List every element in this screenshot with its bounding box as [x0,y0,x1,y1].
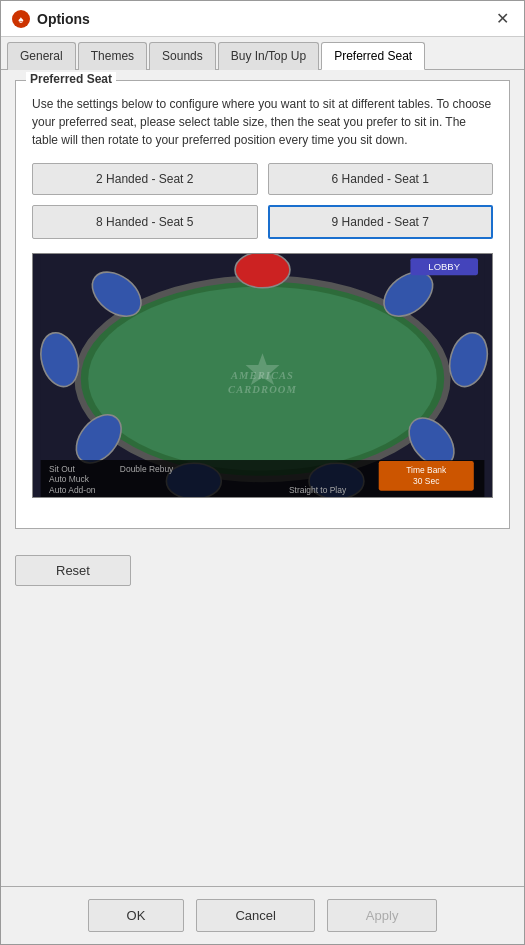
ok-button[interactable]: OK [88,899,185,932]
svg-text:LOBBY: LOBBY [428,261,460,272]
table-preview: AMERICAS CARDROOM [32,253,493,498]
tab-buyin[interactable]: Buy In/Top Up [218,42,319,70]
svg-point-8 [235,254,290,288]
seat-btn-8h-seat5[interactable]: 8 Handed - Seat 5 [32,205,258,239]
seat-buttons-grid: 2 Handed - Seat 2 6 Handed - Seat 1 8 Ha… [32,163,493,239]
options-window: ♠ Options ✕ General Themes Sounds Buy In… [0,0,525,945]
reset-button[interactable]: Reset [15,555,131,586]
close-button[interactable]: ✕ [490,7,514,31]
apply-button[interactable]: Apply [327,899,438,932]
svg-text:♠: ♠ [18,14,24,25]
svg-text:Straight to Play: Straight to Play [289,485,347,495]
tab-themes[interactable]: Themes [78,42,147,70]
title-bar-left: ♠ Options [11,9,90,29]
reset-area: Reset [15,545,510,592]
title-bar: ♠ Options ✕ [1,1,524,37]
seat-btn-2h-seat2[interactable]: 2 Handed - Seat 2 [32,163,258,195]
main-content: Preferred Seat Use the settings below to… [1,70,524,886]
svg-text:Auto Muck: Auto Muck [49,474,90,484]
svg-text:Sit Out: Sit Out [49,464,75,474]
cancel-button[interactable]: Cancel [196,899,314,932]
table-svg: AMERICAS CARDROOM [33,254,492,497]
preferred-seat-group: Preferred Seat Use the settings below to… [15,80,510,529]
app-icon: ♠ [11,9,31,29]
window-title: Options [37,11,90,27]
svg-text:Time Bank: Time Bank [406,465,447,475]
tab-preferred-seat[interactable]: Preferred Seat [321,42,425,70]
svg-text:30 Sec: 30 Sec [413,476,439,486]
seat-btn-6h-seat1[interactable]: 6 Handed - Seat 1 [268,163,494,195]
svg-text:AMERICAS: AMERICAS [230,370,294,381]
tab-bar: General Themes Sounds Buy In/Top Up Pref… [1,37,524,70]
seat-btn-9h-seat7[interactable]: 9 Handed - Seat 7 [268,205,494,239]
group-title: Preferred Seat [26,72,116,86]
tab-general[interactable]: General [7,42,76,70]
tab-sounds[interactable]: Sounds [149,42,216,70]
footer: OK Cancel Apply [1,886,524,944]
svg-text:Double Rebuy: Double Rebuy [120,464,174,474]
svg-text:Auto Add-on: Auto Add-on [49,485,96,495]
svg-text:CARDROOM: CARDROOM [228,384,297,395]
description-text: Use the settings below to configure wher… [32,95,493,149]
